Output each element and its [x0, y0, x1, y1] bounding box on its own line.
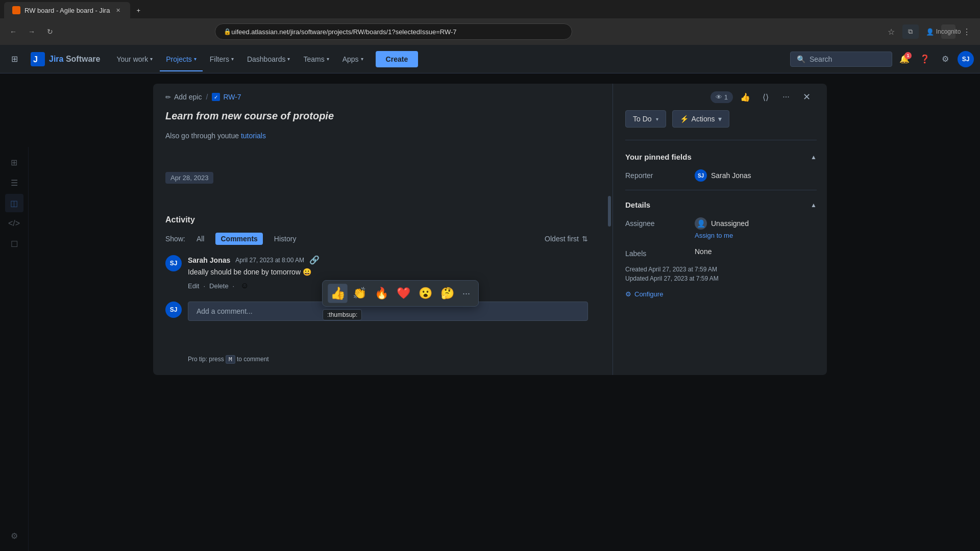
add-epic-breadcrumb[interactable]: ✏ Add epic — [165, 93, 202, 101]
clap-emoji[interactable]: 👏 — [351, 285, 369, 302]
watch-button[interactable]: 👁 1 — [710, 91, 733, 103]
help-button[interactable]: ❓ — [917, 51, 933, 67]
settings-button[interactable]: ⚙ — [937, 51, 953, 67]
share-button[interactable]: ⟨⟩ — [757, 89, 774, 105]
projects-nav[interactable]: Projects ▾ — [160, 51, 203, 67]
thumbsup-button[interactable]: 👍 — [737, 89, 753, 105]
comment-emoji: 😀 — [303, 268, 311, 276]
more-emojis-button[interactable]: ··· — [460, 286, 472, 301]
issue-modal: ✏ Add epic / ✓ RW-7 👁 1 👍 ⟨⟩ ··· ✕ — [153, 84, 827, 375]
dashboards-nav[interactable]: Dashboards ▾ — [241, 51, 297, 67]
assignee-field: Assignee 👤 Unassigned Assign to me — [625, 217, 817, 239]
filter-all-button[interactable]: All — [191, 233, 210, 245]
sort-button[interactable]: Oldest first ⇅ — [545, 235, 588, 243]
chevron-down-icon: ▾ — [327, 56, 329, 62]
assignee-value: 👤 Unassigned Assign to me — [695, 217, 817, 239]
reporter-avatar: SJ — [695, 169, 707, 182]
collapse-details-button[interactable]: ▲ — [811, 202, 817, 209]
pinned-fields-header: Your pinned fields ▲ — [625, 153, 817, 161]
edit-icon: ✏ — [165, 93, 171, 101]
unassigned-avatar: 👤 — [695, 217, 707, 230]
filters-nav[interactable]: Filters ▾ — [204, 51, 240, 67]
svg-rect-0 — [14, 8, 19, 13]
emoji-tooltip: :thumbsup: — [323, 309, 362, 320]
issue-id-breadcrumb[interactable]: ✓ RW-7 — [212, 93, 241, 101]
scroll-thumb[interactable] — [608, 196, 611, 227]
chevron-down-icon: ▾ — [150, 56, 153, 62]
chevron-down-icon: ▾ — [656, 116, 658, 122]
issue-type-icon: ✓ — [212, 93, 220, 101]
main-nav: Your work ▾ Projects ▾ Filters ▾ Dashboa… — [110, 51, 369, 67]
collapse-pinned-button[interactable]: ▲ — [811, 154, 817, 161]
keyboard-shortcut: M — [226, 355, 235, 364]
pinned-fields-title: Your pinned fields — [625, 153, 692, 161]
labels-field: Labels None — [625, 247, 817, 258]
updated-timestamp: Updated April 27, 2023 at 7:59 AM — [625, 275, 817, 282]
more-button[interactable]: ··· — [778, 89, 794, 105]
modal-sidebar: To Do ▾ ⚡ Actions ▾ Your pinned fields ▲… — [612, 84, 827, 375]
reporter-label: Reporter — [625, 169, 687, 180]
teams-nav[interactable]: Teams ▾ — [297, 51, 335, 67]
url-text: uifeed.atlassian.net/jira/software/proje… — [231, 28, 456, 36]
filter-comments-button[interactable]: Comments — [215, 233, 262, 245]
forward-button[interactable]: → — [24, 24, 39, 39]
gear-icon: ⚙ — [625, 290, 631, 298]
user-avatar[interactable]: SJ — [958, 51, 974, 67]
close-button[interactable]: ✕ — [798, 89, 815, 105]
heart-emoji[interactable]: ❤️ — [395, 285, 412, 302]
chevron-down-icon: ▾ — [361, 56, 363, 62]
activity-title: Activity — [165, 215, 588, 224]
jira-logo[interactable]: J Jira Software — [24, 52, 106, 66]
modal-header: ✏ Add epic / ✓ RW-7 👁 1 👍 ⟨⟩ ··· ✕ — [153, 84, 827, 110]
apps-nav[interactable]: Apps ▾ — [336, 51, 370, 67]
fire-emoji[interactable]: 🔥 — [373, 285, 390, 302]
incognito-button[interactable]: Incognito — [941, 24, 955, 39]
active-browser-tab[interactable]: RW board - Agile board - Jira ✕ — [4, 2, 130, 18]
notifications-button[interactable]: 🔔 1 — [896, 51, 913, 67]
scroll-track — [606, 84, 612, 375]
thinking-emoji[interactable]: 🤔 — [438, 285, 456, 302]
edit-comment-button[interactable]: Edit — [188, 282, 199, 290]
configure-button[interactable]: ⚙ Configure — [625, 290, 817, 298]
search-bar[interactable]: 🔍 Search — [790, 52, 892, 67]
reporter-value: SJ Sarah Jonas — [695, 169, 817, 182]
app-switcher-button[interactable]: ⊞ — [6, 51, 22, 67]
refresh-button[interactable]: ↻ — [43, 24, 57, 39]
tutorials-link[interactable]: tutorials — [241, 132, 266, 140]
reporter-row: SJ Sarah Jonas — [695, 169, 817, 182]
reaction-button[interactable]: ☺ — [238, 280, 251, 291]
bookmark-button[interactable]: ☆ — [884, 24, 898, 39]
details-section: Details ▲ Assignee 👤 Unassigned Assign t… — [625, 190, 817, 258]
modal-overlay: ✏ Add epic / ✓ RW-7 👁 1 👍 ⟨⟩ ··· ✕ — [0, 73, 980, 551]
breadcrumb: ✏ Add epic / ✓ RW-7 — [165, 93, 241, 101]
comment-link-icon[interactable]: 🔗 — [309, 255, 320, 265]
new-tab-button[interactable]: + — [130, 2, 146, 18]
surprised-emoji[interactable]: 😮 — [416, 285, 434, 302]
chevron-down-icon: ▾ — [231, 56, 234, 62]
delete-comment-button[interactable]: Delete — [209, 282, 229, 290]
comment-author-avatar: SJ — [165, 255, 182, 271]
timestamps: Created April 27, 2023 at 7:59 AM Update… — [625, 266, 817, 282]
search-icon: 🔍 — [797, 55, 805, 63]
filter-history-button[interactable]: History — [269, 233, 302, 245]
address-bar[interactable]: 🔒 uifeed.atlassian.net/jira/software/pro… — [215, 23, 572, 40]
actions-button[interactable]: ⚡ Actions ▾ — [672, 110, 729, 128]
create-button[interactable]: Create — [376, 51, 419, 67]
reporter-field: Reporter SJ Sarah Jonas — [625, 169, 817, 182]
extension-button[interactable]: ⧉ — [902, 24, 919, 39]
show-label: Show: — [165, 235, 185, 243]
pro-tip: Pro tip: press M to comment — [188, 356, 588, 363]
menu-button[interactable]: ⋮ — [960, 24, 974, 39]
tab-title: RW board - Agile board - Jira — [24, 7, 110, 14]
issue-title: Learn from new course of protopie — [165, 110, 600, 122]
profile-button[interactable]: 👤 — [923, 24, 937, 39]
thumbsup-emoji[interactable]: 👍 — [328, 284, 348, 303]
modal-content: Learn from new course of protopie Also g… — [153, 84, 612, 375]
issue-body: Also go through youtue tutorials — [165, 130, 600, 141]
status-button[interactable]: To Do ▾ — [625, 110, 666, 128]
assign-to-me-link[interactable]: Assign to me — [695, 232, 817, 239]
back-button[interactable]: ← — [6, 24, 20, 39]
your-work-nav[interactable]: Your work ▾ — [110, 51, 159, 67]
eye-icon: 👁 — [716, 93, 722, 101]
close-tab-button[interactable]: ✕ — [114, 6, 122, 14]
